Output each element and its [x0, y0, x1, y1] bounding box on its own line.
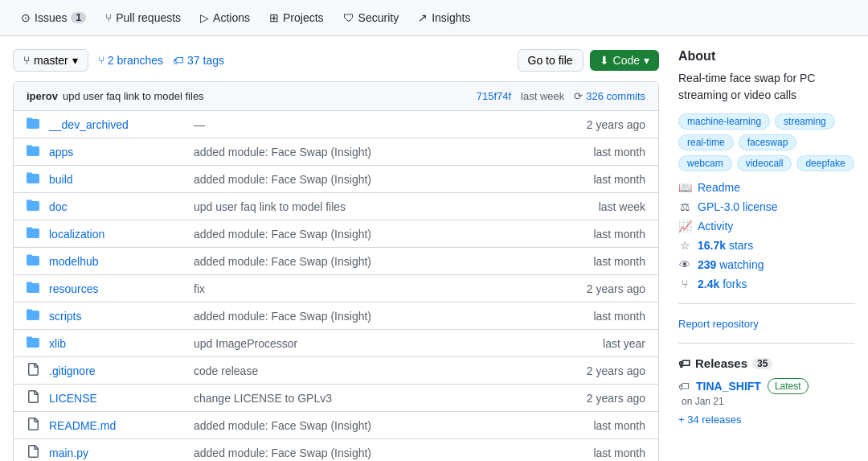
code-dropdown-icon: ▾ [644, 54, 649, 67]
file-name-link[interactable]: README.md [49, 419, 194, 432]
dropdown-icon: ▾ [72, 54, 78, 67]
code-button[interactable]: ⬇ Code ▾ [590, 50, 659, 71]
topic-tag[interactable]: webcam [678, 155, 732, 171]
forks-link[interactable]: 2.4k forks [698, 278, 747, 290]
table-row: scriptsadded module: Face Swap (Insight)… [14, 303, 658, 330]
divider [678, 303, 855, 304]
file-time: 2 years ago [557, 364, 645, 377]
topic-tag[interactable]: videocall [737, 155, 792, 171]
file-time: last month [557, 146, 645, 158]
nav-pull-requests[interactable]: ⑂ Pull requests [97, 6, 189, 29]
file-name-link[interactable]: apps [49, 146, 194, 158]
topic-tag[interactable]: machine-learning [678, 113, 770, 130]
file-name-link[interactable]: localization [49, 228, 194, 241]
watching-icon: 👁 [678, 258, 691, 271]
branch-bar-right: Go to file ⬇ Code ▾ [518, 49, 660, 72]
folder-icon [27, 308, 43, 323]
commit-hash-link[interactable]: 715f74f [477, 90, 511, 102]
go-to-file-button[interactable]: Go to file [518, 49, 583, 72]
releases-section: 🏷 Releases 35 🏷 TINA_SHIFT Latest on Jan… [678, 356, 855, 426]
file-table: iperov upd user faq link to model files … [13, 81, 659, 461]
activity-link[interactable]: Activity [698, 220, 733, 233]
star-icon: ☆ [678, 239, 691, 252]
file-commit-msg: added module: Face Swap (Insight) [194, 228, 557, 241]
releases-icon: 🏷 [678, 356, 690, 370]
release-tag-icon: 🏷 [678, 380, 690, 393]
file-icon [27, 390, 43, 405]
file-time: last week [557, 200, 645, 213]
table-row: .gitignorecode release2 years ago [14, 357, 658, 385]
commit-author-link[interactable]: iperov [27, 90, 58, 102]
folder-icon [27, 117, 43, 132]
file-name-link[interactable]: resources [49, 282, 194, 295]
main-container: ⑂ master ▾ ⑂ 2 branches 🏷 37 tags Go to … [0, 36, 868, 461]
branches-link[interactable]: ⑂ 2 branches [98, 54, 163, 67]
nav-projects-label: Projects [283, 11, 324, 24]
folder-icon [27, 226, 43, 241]
code-label: Code [613, 54, 640, 67]
readme-link[interactable]: Readme [698, 181, 740, 194]
file-commit-msg: added module: Face Swap (Insight) [194, 255, 557, 268]
file-name-link[interactable]: .gitignore [49, 364, 194, 377]
nav-actions[interactable]: ▷ Actions [192, 6, 258, 29]
go-to-file-label: Go to file [528, 54, 573, 67]
folder-icon [27, 253, 43, 269]
stars-suffix: stars [729, 239, 753, 252]
tags-link[interactable]: 🏷 37 tags [173, 54, 224, 67]
table-row: resourcesfix2 years ago [14, 275, 658, 303]
commit-count-link[interactable]: 326 commits [586, 90, 645, 102]
file-name-link[interactable]: xlib [49, 337, 194, 350]
file-commit-msg: code release [194, 364, 557, 377]
file-name-link[interactable]: doc [49, 200, 194, 213]
commit-meta: 715f74f last week ⟳ 326 commits [477, 90, 645, 102]
file-icon [27, 363, 43, 378]
latest-badge: Latest [768, 378, 809, 394]
license-link[interactable]: GPL-3.0 license [698, 200, 778, 213]
file-commit-msg: added module: Face Swap (Insight) [194, 310, 557, 323]
commit-count-num: 326 [586, 90, 604, 102]
table-row: LICENSEchange LICENSE to GPLv32 years ag… [14, 385, 658, 412]
nav-projects[interactable]: ⊞ Projects [261, 6, 332, 29]
about-link-forks: ⑂ 2.4k forks [678, 278, 855, 290]
topic-tag[interactable]: deepfake [796, 155, 854, 171]
report-repository-link[interactable]: Report repository [678, 318, 759, 330]
file-time: 2 years ago [557, 118, 645, 131]
branch-bar: ⑂ master ▾ ⑂ 2 branches 🏷 37 tags Go to … [13, 49, 659, 72]
commit-count: ⟳ 326 commits [574, 90, 645, 102]
branch-label: master [34, 54, 68, 67]
nav-security[interactable]: 🛡 Security [335, 6, 407, 29]
file-name-link[interactable]: modelhub [49, 255, 194, 268]
topic-tag[interactable]: streaming [775, 113, 835, 130]
folder-icon [27, 199, 43, 214]
watching-link[interactable]: 239 watching [698, 258, 764, 271]
release-name-link[interactable]: TINA_SHIFT [696, 380, 761, 393]
table-row: xlibupd ImageProcessorlast year [14, 330, 658, 357]
file-icon [27, 418, 43, 433]
file-name-link[interactable]: LICENSE [49, 392, 194, 405]
pull-request-icon: ⑂ [105, 11, 112, 24]
branch-icon: ⑂ [23, 54, 30, 67]
stars-link[interactable]: 16.7k stars [698, 239, 753, 252]
more-releases-link[interactable]: + 34 releases [678, 414, 855, 426]
nav-issues[interactable]: ⊙ Issues 1 [13, 6, 94, 29]
topic-tag[interactable]: faceswap [739, 134, 797, 150]
nav-security-label: Security [358, 11, 399, 24]
file-name-link[interactable]: __dev_archived [49, 118, 194, 131]
file-name-link[interactable]: main.py [49, 447, 194, 459]
commit-message: upd user faq link to model files [63, 90, 204, 102]
releases-header: 🏷 Releases 35 [678, 356, 855, 370]
file-name-link[interactable]: scripts [49, 310, 194, 323]
table-row: appsadded module: Face Swap (Insight)las… [14, 138, 658, 166]
about-link-license: ⚖ GPL-3.0 license [678, 200, 855, 213]
file-icon [27, 445, 43, 460]
folder-icon [27, 335, 43, 351]
branches-icon: ⑂ [98, 54, 104, 67]
file-time: last month [557, 228, 645, 241]
nav-pull-requests-label: Pull requests [116, 11, 181, 24]
file-name-link[interactable]: build [49, 173, 194, 186]
branch-selector[interactable]: ⑂ master ▾ [13, 49, 88, 72]
topic-tag[interactable]: real-time [678, 134, 734, 150]
folder-icon [27, 281, 43, 296]
nav-insights[interactable]: ↗ Insights [410, 6, 478, 29]
security-icon: 🛡 [343, 11, 354, 24]
